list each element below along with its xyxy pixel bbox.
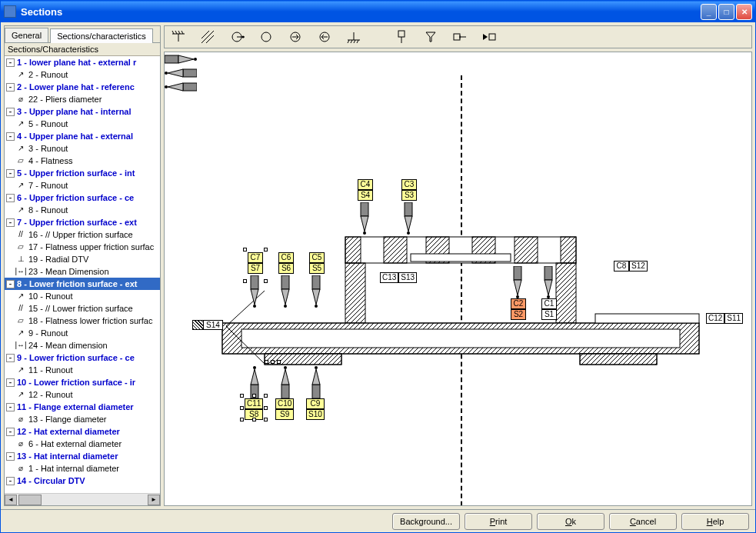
tree-item-15[interactable]: //15 - // Lower friction surface: [5, 302, 160, 315]
marker-c1s1[interactable]: C1 S1: [541, 298, 557, 320]
tab-general[interactable]: General: [5, 28, 48, 42]
ok-button[interactable]: Ok: [537, 513, 604, 530]
tree-section-2[interactable]: -2 - Lower plane hat - referenc: [5, 81, 160, 93]
tree-item-4[interactable]: ▱4 - Flatness: [5, 155, 160, 167]
marker-c8s12[interactable]: C8 S12: [614, 261, 648, 271]
expander-icon[interactable]: -: [6, 477, 15, 485]
tree-item-2[interactable]: ↗2 - Runout: [5, 68, 160, 81]
tree-section-1[interactable]: -1 - lower plane hat - external r: [5, 56, 160, 68]
marker-c12s11[interactable]: C12 S11: [706, 313, 743, 324]
tool-box-down-icon[interactable]: [392, 28, 411, 46]
diagram-canvas[interactable]: S14 C4 S4 C3 S3 C7 S7: [164, 52, 752, 506]
tree-item-8[interactable]: ↗8 - Runout: [5, 204, 160, 216]
characteristic-icon: ▱: [15, 155, 26, 166]
marker-c3s3[interactable]: C3 S3: [401, 179, 417, 201]
tree-item-18[interactable]: ▱18 - Flatness lower friction surfac: [5, 315, 160, 327]
tree-item-7[interactable]: ↗7 - Runout: [5, 179, 160, 192]
tree-item-10[interactable]: ↗10 - Runout: [5, 290, 160, 302]
tree-item-17[interactable]: ▱17 - Flatness upper friction surfac: [5, 241, 160, 253]
tree-item-13[interactable]: ⌀13 - Flange diameter: [5, 413, 160, 425]
tree-section-4[interactable]: -4 - Upper plane hat - external: [5, 130, 160, 142]
tree-section-6[interactable]: -6 - Upper friction surface - ce: [5, 192, 160, 204]
tree-item-23[interactable]: |↔|23 - Mean Dimension: [5, 265, 160, 278]
tool-funnel-icon[interactable]: [421, 28, 440, 46]
expander-icon[interactable]: -: [6, 194, 15, 202]
tool-circle-arrow-left-icon[interactable]: [315, 28, 334, 46]
expander-icon[interactable]: -: [6, 132, 15, 141]
svg-rect-12: [454, 34, 460, 40]
expander-icon[interactable]: -: [6, 378, 15, 387]
expander-icon[interactable]: -: [6, 58, 15, 67]
scroll-thumb[interactable]: [18, 495, 42, 505]
expander-icon[interactable]: -: [6, 108, 15, 116]
expander-icon[interactable]: -: [6, 452, 15, 461]
expander-icon[interactable]: -: [6, 354, 15, 362]
expander-icon[interactable]: -: [6, 169, 15, 178]
horizontal-scrollbar[interactable]: ◄ ►: [5, 493, 160, 505]
tree-section-7[interactable]: -7 - Upper friction surface - ext: [5, 216, 160, 228]
tree-section-11[interactable]: -11 - Flange external diameter: [5, 401, 160, 413]
tree-section-13[interactable]: -13 - Hat internal diameter: [5, 450, 160, 462]
tab-sections[interactable]: Sections/characteristics: [50, 28, 153, 43]
maximize-button[interactable]: □: [718, 4, 734, 20]
marker-c9s10[interactable]: C9 S10: [306, 398, 325, 420]
scroll-right-arrow[interactable]: ►: [148, 495, 160, 505]
section-label: 5 - Upper friction surface - int: [17, 168, 135, 178]
tool-box-left-icon[interactable]: [451, 28, 469, 46]
tree-item-19[interactable]: ⊥19 - Radial DTV: [5, 253, 160, 265]
svg-rect-14: [489, 34, 495, 40]
expander-icon[interactable]: -: [6, 83, 15, 92]
scroll-left-arrow[interactable]: ◄: [5, 495, 17, 505]
characteristic-label: 18 - Flatness lower friction surfac: [28, 315, 152, 326]
section-label: 8 - Lower friction surface - ext: [17, 278, 137, 289]
expander-icon[interactable]: -: [6, 403, 15, 411]
tree-item-12[interactable]: ↗12 - Runout: [5, 388, 160, 401]
svg-point-40: [253, 305, 256, 308]
tree-item-11[interactable]: ↗11 - Runout: [5, 364, 160, 376]
print-button[interactable]: Print: [465, 513, 532, 530]
sections-tree[interactable]: -1 - lower plane hat - external r↗2 - Ru…: [5, 56, 160, 493]
expander-icon[interactable]: -: [6, 280, 15, 288]
selection-handles-c7: [245, 249, 266, 281]
tree-section-3[interactable]: -3 - Upper plane hat - internal: [5, 105, 160, 118]
tree-section-14[interactable]: -14 - Circular DTV: [5, 475, 160, 487]
tree-item-5[interactable]: ↗5 - Runout: [5, 118, 160, 130]
tool-circle-out-icon[interactable]: [228, 28, 246, 46]
characteristic-icon: |↔|: [15, 340, 26, 351]
tool-triangle-box-icon[interactable]: [480, 28, 498, 46]
marker-s14[interactable]: S14: [192, 320, 223, 330]
marker-c6s6[interactable]: C6 S6: [278, 252, 294, 274]
tree-item-24[interactable]: |↔|24 - Mean dimension: [5, 339, 160, 351]
tree-item-3[interactable]: ↗3 - Runout: [5, 142, 160, 155]
minimize-button[interactable]: _: [701, 4, 717, 20]
cancel-button[interactable]: Cancel: [609, 513, 677, 530]
marker-c5s5[interactable]: C5 S5: [309, 252, 325, 274]
marker-c2s2[interactable]: C2 S2: [511, 298, 526, 320]
tool-hatch-up-icon[interactable]: [345, 28, 363, 46]
tool-hatch-down-icon[interactable]: [169, 28, 188, 46]
tree-item-1[interactable]: ⌀1 - Hat internal diameter: [5, 462, 160, 475]
tree-section-9[interactable]: -9 - Lower friction surface - ce: [5, 351, 160, 364]
characteristic-label: 15 - // Lower friction surface: [28, 303, 133, 314]
marker-c10s9[interactable]: C10 S9: [275, 398, 294, 420]
tool-hatch-diag-icon[interactable]: [198, 28, 217, 46]
expander-icon[interactable]: -: [6, 218, 15, 227]
tool-circle-icon[interactable]: [257, 28, 275, 46]
expander-icon[interactable]: -: [6, 428, 15, 436]
characteristic-icon: ↗: [15, 328, 26, 338]
tool-circle-arrow-right-icon[interactable]: [286, 28, 305, 46]
marker-c4s4[interactable]: C4 S4: [358, 179, 373, 201]
tree-item-6[interactable]: ⌀6 - Hat external diameter: [5, 438, 160, 450]
tree-item-22[interactable]: ⌀22 - Pliers diameter: [5, 93, 160, 105]
characteristic-label: 8 - Runout: [28, 205, 68, 215]
background-button[interactable]: Background...: [392, 513, 460, 530]
tree-item-9[interactable]: ↗9 - Runout: [5, 327, 160, 339]
tree-section-5[interactable]: -5 - Upper friction surface - int: [5, 167, 160, 179]
tree-item-16[interactable]: //16 - // Upper friction surface: [5, 228, 160, 241]
marker-c13s13[interactable]: C13 S13: [380, 272, 417, 283]
tree-section-12[interactable]: -12 - Hat external diameter: [5, 425, 160, 438]
help-button[interactable]: Help: [681, 513, 749, 530]
close-button[interactable]: ✕: [736, 4, 752, 20]
tree-section-8[interactable]: -8 - Lower friction surface - ext: [5, 278, 160, 290]
tree-section-10[interactable]: -10 - Lower friction surface - ir: [5, 376, 160, 388]
